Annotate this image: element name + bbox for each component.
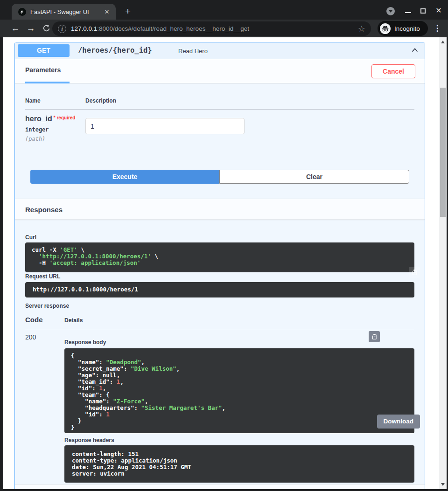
hero-id-input[interactable] [85, 118, 245, 134]
browser-tab[interactable]: FastAPI - Swagger UI ✕ [12, 4, 116, 20]
opblock-summary[interactable]: GET /heroes/{hero_id} Read Hero [15, 42, 425, 59]
window-close-button[interactable]: ✕ [434, 6, 443, 15]
execute-button[interactable]: Execute [30, 170, 219, 184]
tab-search-icon[interactable] [386, 7, 395, 15]
responses-body: Curl curl -X 'GET' \ 'http://127.0.0.1:8… [15, 220, 425, 484]
tab-title: FastAPI - Swagger UI [30, 8, 103, 15]
url-text: 127.0.0.1:8000/docs#/default/read_hero_h… [71, 25, 354, 32]
param-name: hero_id* required [25, 115, 75, 123]
maximize-button[interactable] [420, 8, 426, 14]
clear-button[interactable]: Clear [219, 170, 409, 184]
request-url-label: Request URL [25, 273, 60, 280]
opblock-get-hero: GET /heroes/{hero_id} Read Hero Paramete… [14, 42, 425, 489]
parameters-section: Name Description hero_id* required integ… [15, 83, 425, 199]
url-bar[interactable]: i 127.0.0.1:8000/docs#/default/read_hero… [52, 21, 371, 36]
reload-button[interactable] [40, 22, 52, 35]
documented-responses-heading: Responses [25, 487, 63, 489]
browser-menu-icon[interactable]: ⋮ [432, 23, 443, 34]
param-location: (path) [25, 136, 45, 142]
page-viewport: GET /heroes/{hero_id} Read Hero Paramete… [3, 37, 439, 489]
cancel-button[interactable]: Cancel [371, 64, 415, 78]
chevron-down-icon [389, 10, 392, 13]
collapse-chevron-icon[interactable] [411, 46, 419, 56]
curl-label: Curl [25, 234, 36, 241]
param-type: integer [25, 126, 49, 133]
tab-parameters[interactable]: Parameters [25, 66, 61, 74]
fastapi-favicon-icon [18, 8, 26, 16]
forward-button[interactable]: → [25, 22, 37, 35]
responses-heading: Responses [25, 206, 63, 214]
scrollbar-thumb[interactable] [440, 88, 446, 217]
response-headers-block: content-length: 151content-type: applica… [64, 445, 414, 483]
required-flag: * required [54, 115, 76, 120]
bookmark-star-icon[interactable]: ☆ [358, 24, 365, 34]
endpoint-summary: Read Hero [178, 48, 208, 55]
documented-responses-header: Responses [15, 484, 425, 489]
url-host: 127.0.0.1 [71, 25, 97, 32]
scroll-down-arrow-icon[interactable] [441, 483, 445, 486]
param-description-header: Description [85, 97, 116, 104]
server-response-label: Server response [25, 303, 69, 309]
scroll-up-arrow-icon[interactable] [441, 41, 445, 43]
http-method-badge: GET [18, 44, 70, 57]
response-body-label: Response body [64, 339, 106, 346]
download-button[interactable]: Download [377, 415, 420, 429]
parameters-tab-row: Parameters Cancel [15, 59, 425, 83]
param-name-header: Name [25, 97, 41, 104]
status-code: 200 [25, 333, 36, 341]
endpoint-path: /heroes/{hero_id} [78, 46, 152, 55]
response-table-header: Code Details [25, 316, 414, 329]
vertical-scrollbar[interactable] [439, 37, 447, 489]
curl-code-block: curl -X 'GET' \ 'http://127.0.0.1:8000/h… [25, 242, 414, 272]
tab-close-icon[interactable]: ✕ [103, 8, 111, 15]
copy-curl-button[interactable] [409, 267, 420, 278]
browser-toolbar: ← → i 127.0.0.1:8000/docs#/default/read_… [0, 20, 448, 37]
execute-row: Execute Clear [30, 170, 409, 184]
tab-strip: FastAPI - Swagger UI ✕ + ✕ [0, 0, 448, 20]
minimize-button[interactable] [405, 12, 411, 13]
new-tab-button[interactable]: + [121, 5, 134, 18]
browser-window: FastAPI - Swagger UI ✕ + ✕ ← → i 127.0.0… [0, 0, 448, 491]
code-column-header: Code [25, 316, 43, 324]
incognito-badge: Incognito [378, 21, 428, 36]
incognito-icon [380, 23, 391, 34]
details-column-header: Details [64, 317, 83, 324]
copy-response-button[interactable] [369, 331, 380, 342]
responses-section-header: Responses [15, 199, 425, 220]
response-body-block: { "name": "Deadpond", "secret_name": "Di… [64, 348, 414, 433]
response-headers-label: Response headers [64, 437, 114, 443]
request-url-block: http://127.0.0.1:8000/heroes/1 [25, 282, 414, 297]
page-info-icon[interactable]: i [58, 25, 66, 33]
back-button[interactable]: ← [9, 22, 21, 35]
incognito-label: Incognito [394, 25, 420, 32]
divider [25, 109, 414, 110]
url-path: :8000/docs#/default/read_hero_heroes__he… [97, 25, 249, 32]
